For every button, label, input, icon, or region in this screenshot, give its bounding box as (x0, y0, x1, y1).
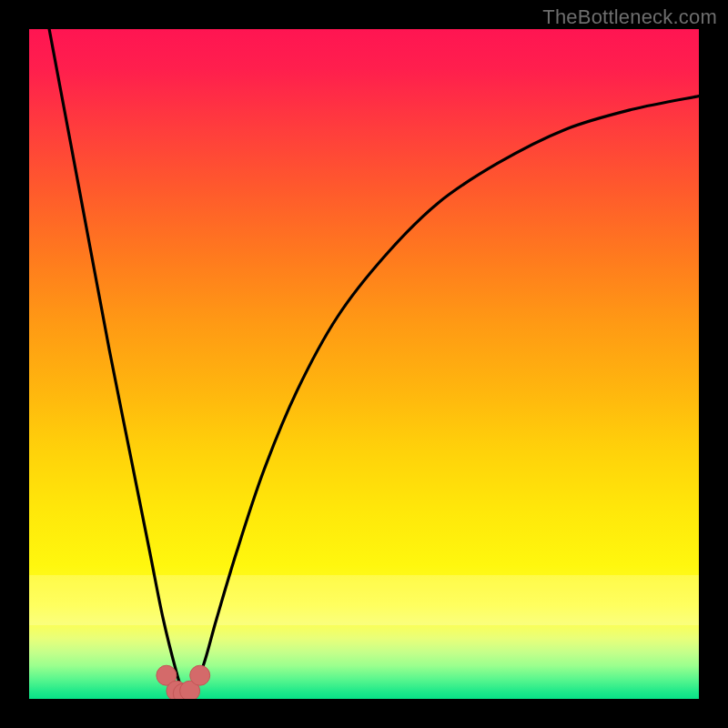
curve-layer (29, 29, 699, 699)
optimal-marker (190, 665, 210, 685)
bottleneck-curve (49, 29, 699, 695)
attribution-text: TheBottleneck.com (542, 5, 717, 29)
optimal-marker-group (157, 665, 210, 699)
plot-area (29, 29, 699, 699)
chart-frame: TheBottleneck.com (0, 0, 728, 728)
